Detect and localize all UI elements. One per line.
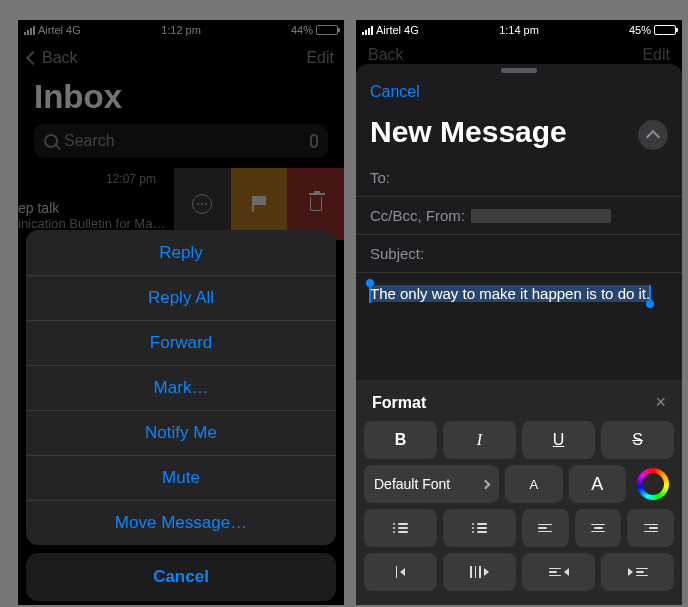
back-button[interactable]: Back xyxy=(42,49,78,67)
text-color-button[interactable] xyxy=(632,465,674,503)
sheet-reply[interactable]: Reply xyxy=(26,230,336,275)
numbered-list-icon xyxy=(393,523,409,533)
message-body[interactable]: The only way to make it happen is to do … xyxy=(356,273,682,353)
outdent-button[interactable] xyxy=(364,553,437,591)
modal-title: New Message xyxy=(356,111,581,159)
mail-preview: inication Bulletin for Ma… xyxy=(18,216,166,231)
more-icon xyxy=(192,194,212,214)
align-left-button[interactable] xyxy=(522,509,569,547)
edit-button-blur: Edit xyxy=(642,46,670,64)
strikethrough-button[interactable]: S xyxy=(601,421,674,459)
edit-button[interactable]: Edit xyxy=(306,49,334,67)
from-redacted xyxy=(471,209,611,223)
phone-left: Airtel 4G 1:12 pm 44% Back Edit Inbox Se… xyxy=(18,20,344,605)
signal-icon xyxy=(362,26,373,35)
sheet-cancel-button[interactable]: Cancel xyxy=(26,553,336,601)
sheet-forward[interactable]: Forward xyxy=(26,320,336,365)
bold-button[interactable]: B xyxy=(364,421,437,459)
carrier-label: Airtel 4G xyxy=(376,24,419,36)
selected-text[interactable]: The only way to make it happen is to do … xyxy=(370,285,650,302)
dictation-icon[interactable] xyxy=(310,134,318,148)
battery-icon xyxy=(316,25,338,35)
search-icon xyxy=(44,134,58,148)
carrier-label: Airtel 4G xyxy=(38,24,81,36)
format-panel: Format × B I U S Default Font A A xyxy=(356,380,682,605)
bulleted-list-icon xyxy=(472,523,488,533)
subject-field[interactable]: Subject: xyxy=(356,235,682,273)
battery-pct: 45% xyxy=(629,24,651,36)
back-chevron-icon[interactable] xyxy=(26,51,40,65)
sheet-reply-all[interactable]: Reply All xyxy=(26,275,336,320)
page-title: Inbox xyxy=(18,76,344,124)
clock-label: 1:14 pm xyxy=(499,24,539,36)
sheet-mark[interactable]: Mark… xyxy=(26,365,336,410)
selection-handle-start[interactable] xyxy=(366,279,374,287)
outdent-icon xyxy=(396,566,406,578)
indent-icon xyxy=(470,566,489,578)
quote-increase-button[interactable] xyxy=(601,553,674,591)
align-right-button[interactable] xyxy=(627,509,674,547)
bulleted-list-button[interactable] xyxy=(443,509,516,547)
status-bar: Airtel 4G 1:14 pm 45% xyxy=(356,20,682,40)
cancel-button[interactable]: Cancel xyxy=(370,83,420,101)
numbered-list-button[interactable] xyxy=(364,509,437,547)
action-sheet: Reply Reply All Forward Mark… Notify Me … xyxy=(26,230,336,601)
trash-icon xyxy=(310,197,322,211)
quote-decrease-button[interactable] xyxy=(522,553,595,591)
clock-label: 1:12 pm xyxy=(161,24,201,36)
flag-icon xyxy=(252,196,266,212)
chevron-right-icon xyxy=(481,479,491,489)
align-left-icon xyxy=(538,524,552,533)
to-field[interactable]: To: xyxy=(356,159,682,197)
italic-button[interactable]: I xyxy=(443,421,516,459)
mail-time: 12:07 pm xyxy=(18,172,166,186)
battery-pct: 44% xyxy=(291,24,313,36)
quote-decrease-icon xyxy=(549,568,569,577)
quote-increase-icon xyxy=(628,568,648,577)
font-size-down-button[interactable]: A xyxy=(505,465,563,503)
send-button[interactable] xyxy=(638,120,668,150)
arrow-up-icon xyxy=(646,129,660,143)
search-placeholder: Search xyxy=(64,132,115,150)
close-format-button[interactable]: × xyxy=(655,392,666,413)
align-center-button[interactable] xyxy=(575,509,622,547)
color-ring-icon xyxy=(637,468,669,500)
status-bar: Airtel 4G 1:12 pm 44% xyxy=(18,20,344,40)
align-center-icon xyxy=(591,524,605,533)
underline-button[interactable]: U xyxy=(522,421,595,459)
phone-right: Airtel 4G 1:14 pm 45% Back Edit Cancel N… xyxy=(356,20,682,605)
selection-handle-end[interactable] xyxy=(646,300,654,308)
battery-icon xyxy=(654,25,676,35)
mail-subject: ep talk xyxy=(18,200,166,216)
back-button-blur: Back xyxy=(368,46,404,64)
nav-bar: Back Edit xyxy=(18,40,344,76)
search-input[interactable]: Search xyxy=(34,124,328,158)
sheet-notify[interactable]: Notify Me xyxy=(26,410,336,455)
signal-icon xyxy=(24,26,35,35)
indent-button[interactable] xyxy=(443,553,516,591)
ccbcc-field[interactable]: Cc/Bcc, From: xyxy=(356,197,682,235)
align-right-icon xyxy=(644,524,658,533)
format-title: Format xyxy=(372,394,426,412)
font-size-up-button[interactable]: A xyxy=(569,465,627,503)
font-picker-button[interactable]: Default Font xyxy=(364,465,499,503)
sheet-mute[interactable]: Mute xyxy=(26,455,336,500)
compose-modal: Cancel New Message To: Cc/Bcc, From: Sub… xyxy=(356,64,682,605)
sheet-move[interactable]: Move Message… xyxy=(26,500,336,545)
